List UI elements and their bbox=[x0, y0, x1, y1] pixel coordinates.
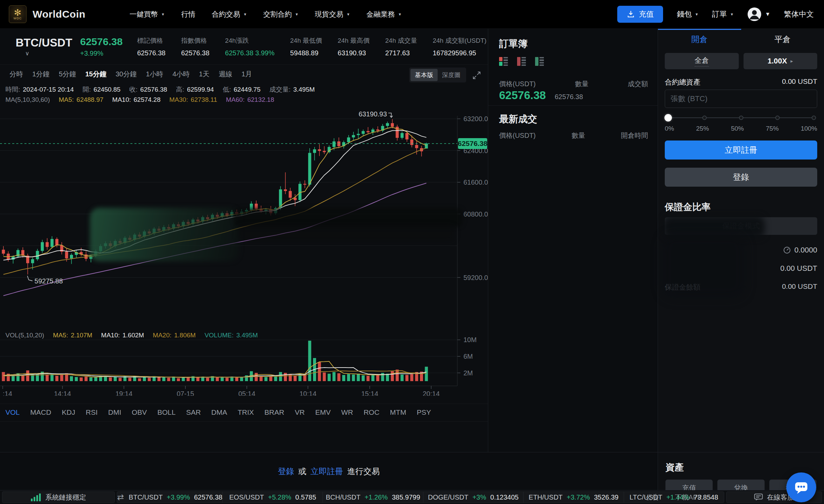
fullscreen-icon[interactable] bbox=[472, 71, 481, 81]
indicator-PSY[interactable]: PSY bbox=[417, 408, 431, 416]
col-time: 開倉時間 bbox=[621, 131, 648, 140]
wallet-menu[interactable]: 錢包▼ bbox=[677, 9, 698, 19]
timeframe-1天[interactable]: 1天 bbox=[199, 70, 209, 79]
live-chat-button[interactable] bbox=[786, 472, 816, 502]
last-price-block: 62576.38 +3.99% bbox=[80, 36, 137, 57]
slider-dot[interactable] bbox=[812, 116, 816, 120]
timeframe-週線[interactable]: 週線 bbox=[219, 70, 232, 79]
asset-deposit-button[interactable]: 充值 bbox=[665, 480, 713, 490]
ticker-LTC/USDT[interactable]: LTC/USDT+1.44%73.8548公告下載APP bbox=[624, 492, 724, 503]
info-value: 62450.85 bbox=[94, 86, 121, 93]
register-button[interactable]: 立即註冊 bbox=[665, 141, 817, 160]
view-depth-button[interactable]: 深度圖 bbox=[438, 69, 465, 81]
divider bbox=[488, 105, 658, 106]
nav-menu-交割合約[interactable]: 交割合約▼ bbox=[263, 10, 298, 19]
svg-text:05:14: 05:14 bbox=[238, 390, 255, 396]
indicator-ROC[interactable]: ROC bbox=[364, 408, 380, 416]
indicator-SAR[interactable]: SAR bbox=[186, 408, 201, 416]
info-value: 2024-07-15 20:14 bbox=[23, 86, 74, 93]
ticker-pair: LTC/USDT bbox=[629, 493, 662, 501]
slider-dot[interactable] bbox=[739, 116, 743, 120]
info-item: VOLUME:3.495M bbox=[204, 332, 258, 339]
indicator-DMI[interactable]: DMI bbox=[108, 408, 122, 416]
svg-text:59275.88: 59275.88 bbox=[35, 277, 63, 285]
margin-mode-bar[interactable]: 保證金模式 bbox=[665, 217, 817, 235]
nav-menu-行情[interactable]: 行情 bbox=[181, 10, 195, 19]
indicator-MACD[interactable]: MACD bbox=[30, 408, 51, 416]
timeframe-30分鐘[interactable]: 30分鐘 bbox=[116, 70, 137, 79]
indicator-TRIX[interactable]: TRIX bbox=[238, 408, 254, 416]
indicator-VOL[interactable]: VOL bbox=[5, 408, 20, 416]
indicator-EMV[interactable]: EMV bbox=[315, 408, 331, 416]
orderbook-view-bids-icon[interactable] bbox=[535, 57, 544, 66]
ticker-BCH/USDT[interactable]: BCH/USDT+1.26%385.9799 bbox=[323, 492, 423, 503]
ticker-BTC/USDT[interactable]: ⇄BTC/USDT+3.99%62576.38 bbox=[117, 492, 222, 503]
timeframe-分時[interactable]: 分時 bbox=[10, 70, 23, 79]
nav-menu-label: 合約交易 bbox=[212, 10, 240, 19]
amount-input[interactable]: 張數 (BTC) bbox=[665, 90, 817, 108]
indicator-MTM[interactable]: MTM bbox=[390, 408, 406, 416]
timeframe-4小時[interactable]: 4小時 bbox=[172, 70, 190, 79]
info-item: 時間:2024-07-15 20:14 bbox=[5, 85, 74, 94]
info-label: MA60: bbox=[226, 96, 245, 103]
timeframe-15分鐘[interactable]: 15分鐘 bbox=[85, 70, 106, 79]
volume-info-row: VOL(5,10,20)MA5:2.107MMA10:1.602MMA20:1.… bbox=[5, 332, 258, 339]
ticker-DOGE/USDT[interactable]: DOGE/USDT+3%0.123405 bbox=[423, 492, 523, 503]
view-basic-button[interactable]: 基本版 bbox=[410, 69, 438, 81]
slider-dot[interactable] bbox=[775, 116, 780, 120]
timeframe-5分鐘[interactable]: 5分鐘 bbox=[59, 70, 76, 79]
nav-menu-金融業務[interactable]: 金融業務▼ bbox=[366, 10, 402, 19]
indicator-BRAR[interactable]: BRAR bbox=[264, 408, 284, 416]
symbol-bar: BTC/USDT ∨ 62576.38 +3.99% 標記價格62576.38指… bbox=[0, 29, 488, 64]
footer-login-link[interactable]: 登錄 bbox=[278, 466, 294, 477]
indicator-OBV[interactable]: OBV bbox=[132, 408, 147, 416]
stat-label: 24h 最低價 bbox=[290, 36, 322, 45]
footer-or-text: 或 bbox=[298, 466, 307, 477]
candlestick-chart[interactable]: 63200.0062400.0061600.0060800.0059200.00… bbox=[0, 106, 488, 396]
ticker-ETH/USDT[interactable]: ETH/USDT+3.72%3526.39 bbox=[523, 492, 623, 503]
orderbook-view-asks-icon[interactable] bbox=[517, 57, 526, 66]
account-menu[interactable]: ▼ bbox=[747, 7, 770, 21]
chart-view-toggle: 基本版 深度圖 bbox=[409, 68, 466, 82]
login-button[interactable]: 登錄 bbox=[665, 168, 817, 187]
language-selector[interactable]: 繁体中文 bbox=[784, 9, 814, 19]
svg-text:60800.00: 60800.00 bbox=[463, 210, 488, 218]
pair-selector[interactable]: BTC/USDT ∨ bbox=[16, 36, 80, 57]
slider-dot[interactable] bbox=[702, 116, 707, 120]
asset-convert-button[interactable]: 兌換 bbox=[717, 480, 765, 490]
timeframe-1小時[interactable]: 1小時 bbox=[146, 70, 163, 79]
info-label: MA(5,10,30,60) bbox=[5, 96, 50, 103]
tab-open-position[interactable]: 開倉 bbox=[658, 31, 741, 48]
indicator-WR[interactable]: WR bbox=[341, 408, 353, 416]
leverage-button[interactable]: 1.00X▸ bbox=[744, 53, 818, 69]
indicator-DMA[interactable]: DMA bbox=[211, 408, 227, 416]
nav-menu-一鍵買幣[interactable]: 一鍵買幣▼ bbox=[130, 10, 165, 19]
col-amount: 數量 bbox=[571, 131, 585, 140]
timeframe-1分鐘[interactable]: 1分鐘 bbox=[32, 70, 50, 79]
orderbook-view-both-icon[interactable] bbox=[499, 57, 508, 66]
margin-mode-button[interactable]: 全倉 bbox=[665, 53, 739, 69]
recent-trades-title: 最新成交 bbox=[499, 113, 537, 126]
nav-menu-現貨交易[interactable]: 現貨交易▼ bbox=[315, 10, 350, 19]
nav-right: 充值 錢包▼ 訂單▼ ▼ 繁体中文 bbox=[617, 6, 814, 23]
timeframe-1月[interactable]: 1月 bbox=[241, 70, 252, 79]
info-value: 2.107M bbox=[71, 332, 92, 339]
footer-register-link[interactable]: 立即註冊 bbox=[311, 466, 343, 477]
brand-logo[interactable]: ✻ WDC bbox=[9, 5, 26, 23]
nav-menu-合約交易[interactable]: 合約交易▼ bbox=[212, 10, 247, 19]
ticker-EOS/USDT[interactable]: EOS/USDT+5.28%0.5785 bbox=[222, 492, 323, 503]
svg-text:2M: 2M bbox=[463, 369, 473, 377]
orders-menu[interactable]: 訂單▼ bbox=[712, 9, 734, 19]
pair-name: BTC/USDT bbox=[16, 36, 80, 49]
info-value: 1.806M bbox=[174, 332, 196, 339]
signal-bars-icon bbox=[31, 493, 41, 501]
indicator-KDJ[interactable]: KDJ bbox=[62, 408, 75, 416]
indicator-VR[interactable]: VR bbox=[295, 408, 305, 416]
tab-close-position[interactable]: 平倉 bbox=[741, 31, 824, 48]
indicator-BOLL[interactable]: BOLL bbox=[157, 408, 176, 416]
slider-handle[interactable] bbox=[664, 114, 672, 122]
indicator-RSI[interactable]: RSI bbox=[86, 408, 98, 416]
amount-slider[interactable] bbox=[668, 117, 814, 118]
footer-suffix-text: 進行交易 bbox=[347, 466, 380, 477]
deposit-button[interactable]: 充值 bbox=[617, 6, 663, 23]
